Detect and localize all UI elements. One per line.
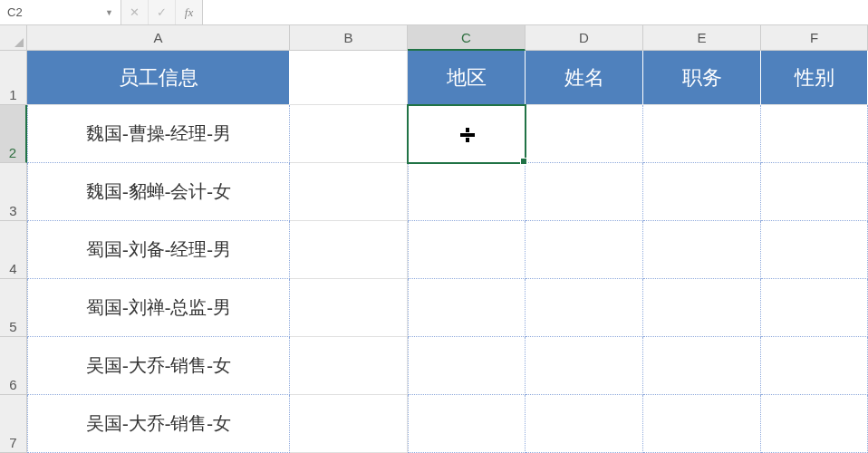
row-header-1[interactable]: 1 [0,51,27,105]
col-header-F[interactable]: F [761,25,868,51]
col-label: C [461,30,471,45]
cell-value: 职务 [682,64,722,92]
cell-E3[interactable] [643,163,761,221]
name-box[interactable]: C2 ▼ [0,0,121,24]
cell-cursor-icon [458,126,475,142]
cell-F3[interactable] [761,163,868,221]
row-header-6[interactable]: 6 [0,337,27,395]
cell-A6[interactable]: 吴国-大乔-销售-女 [27,337,290,395]
cell-F6[interactable] [761,337,868,395]
name-box-value: C2 [7,5,23,19]
cancel-formula-button[interactable]: ✕ [121,0,149,24]
cell-C6[interactable] [408,337,526,395]
row-label: 5 [9,319,16,334]
cell-A4[interactable]: 蜀国-刘备-经理-男 [27,221,290,279]
cell-C1[interactable]: 地区 [408,51,526,105]
cell-B2[interactable] [290,105,408,163]
col-header-E[interactable]: E [643,25,761,51]
cell-D5[interactable] [526,279,643,337]
cell-value: 姓名 [564,64,604,92]
cell-E1[interactable]: 职务 [643,51,761,105]
insert-function-button[interactable]: fx [176,0,203,24]
col-header-C[interactable]: C [408,25,526,51]
cell-B6[interactable] [290,337,408,395]
cell-value: 吴国-大乔-销售-女 [86,411,231,436]
cell-C2[interactable] [408,105,526,163]
row-label: 2 [9,145,16,160]
col-header-D[interactable]: D [526,25,643,51]
col-label: B [343,30,352,45]
cell-E2[interactable] [643,105,761,163]
col-header-A[interactable]: A [27,25,290,51]
col-label: D [579,30,589,45]
cell-F7[interactable] [761,395,868,453]
spreadsheet-grid: A B C D E F 1 2 3 4 5 6 7 员工信息 地区 姓名 职务 … [0,25,868,453]
cell-value: 蜀国-刘备-经理-男 [86,237,231,262]
cell-C5[interactable] [408,279,526,337]
check-icon: ✓ [157,5,167,19]
cell-B4[interactable] [290,221,408,279]
cell-D7[interactable] [526,395,643,453]
row-label: 6 [9,377,16,392]
cell-C7[interactable] [408,395,526,453]
row-header-4[interactable]: 4 [0,221,27,279]
confirm-formula-button[interactable]: ✓ [149,0,176,24]
cell-D1[interactable]: 姓名 [526,51,643,105]
cell-A2[interactable]: 魏国-曹操-经理-男 [27,105,290,163]
cell-D4[interactable] [526,221,643,279]
cell-B7[interactable] [290,395,408,453]
row-label: 3 [9,203,16,218]
cell-value: 魏国-曹操-经理-男 [86,121,231,146]
cell-E5[interactable] [643,279,761,337]
cell-value: 地区 [447,64,487,92]
cell-value: 性别 [795,64,834,92]
cell-A7[interactable]: 吴国-大乔-销售-女 [27,395,290,453]
cell-C4[interactable] [408,221,526,279]
select-all-corner[interactable] [0,25,27,51]
row-header-7[interactable]: 7 [0,395,27,453]
cell-B1[interactable] [290,51,408,105]
cell-F1[interactable]: 性别 [761,51,868,105]
cell-value: 魏国-貂蝉-会计-女 [86,179,231,204]
col-label: E [697,30,706,45]
formula-bar: C2 ▼ ✕ ✓ fx [0,0,868,25]
row-header-5[interactable]: 5 [0,279,27,337]
row-label: 7 [9,435,16,450]
cell-F4[interactable] [761,221,868,279]
row-label: 1 [9,87,16,102]
cell-A5[interactable]: 蜀国-刘禅-总监-男 [27,279,290,337]
column-header-row: A B C D E F [27,25,868,51]
col-label: F [810,30,818,45]
cell-D3[interactable] [526,163,643,221]
col-header-B[interactable]: B [290,25,408,51]
row-header-3[interactable]: 3 [0,163,27,221]
cell-B5[interactable] [290,279,408,337]
cell-value: 吴国-大乔-销售-女 [86,353,231,378]
formula-input[interactable] [203,0,868,24]
cells-area: 员工信息 地区 姓名 职务 性别 魏国-曹操-经理-男 魏国-貂蝉-会计-女 [27,51,868,453]
cell-B3[interactable] [290,163,408,221]
cell-A3[interactable]: 魏国-貂蝉-会计-女 [27,163,290,221]
cell-F5[interactable] [761,279,868,337]
row-label: 4 [9,261,16,276]
cancel-icon: ✕ [130,5,140,19]
cell-A1[interactable]: 员工信息 [27,51,290,105]
col-label: A [153,30,162,45]
cell-F2[interactable] [761,105,868,163]
cell-value: 蜀国-刘禅-总监-男 [86,295,231,320]
cell-D2[interactable] [526,105,643,163]
cell-D6[interactable] [526,337,643,395]
row-header-col: 1 2 3 4 5 6 7 [0,51,27,453]
cell-value: 员工信息 [119,64,198,92]
cell-C3[interactable] [408,163,526,221]
name-box-dropdown-icon[interactable]: ▼ [105,8,113,17]
row-header-2[interactable]: 2 [0,105,27,163]
cell-E7[interactable] [643,395,761,453]
cell-E4[interactable] [643,221,761,279]
fx-icon: fx [185,5,193,20]
cell-E6[interactable] [643,337,761,395]
